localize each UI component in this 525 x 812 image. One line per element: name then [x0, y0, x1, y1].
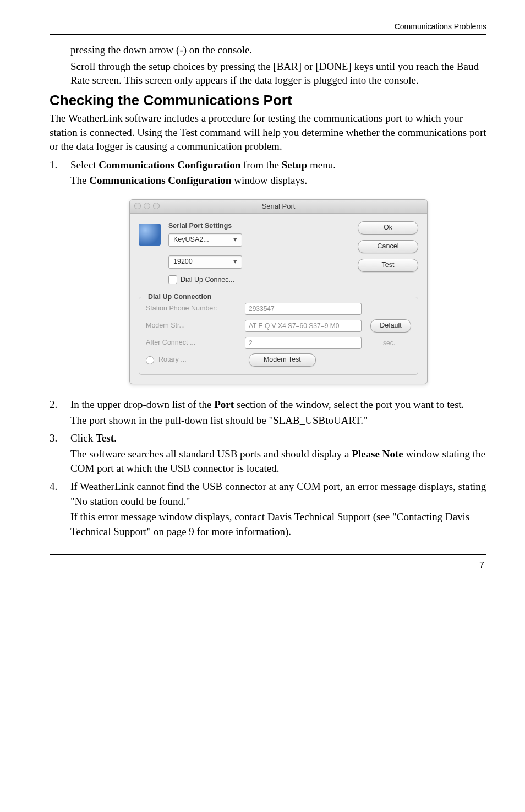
text: The software searches all standard USB p… — [70, 448, 352, 460]
phone-label: Station Phone Number: — [146, 304, 239, 314]
test-button[interactable]: Test — [358, 259, 418, 272]
phone-field[interactable]: 2933547 — [245, 303, 362, 315]
dialog-title: Serial Port — [262, 202, 296, 210]
text: section of the window, select the port y… — [234, 399, 464, 410]
bold: Communications Configuration — [99, 159, 240, 171]
serial-port-dialog: Serial Port Serial Port Settings KeyUSA2… — [129, 199, 428, 384]
default-button[interactable]: Default — [370, 319, 411, 333]
top-rule — [50, 34, 486, 35]
serial-settings-label: Serial Port Settings — [168, 221, 350, 231]
step-1: Select Communications Configuration from… — [50, 158, 486, 384]
window-controls[interactable] — [134, 203, 160, 209]
bold: Communications Configuration — [89, 175, 231, 186]
modem-string-label: Modem Str... — [146, 321, 239, 331]
bold: Port — [214, 399, 234, 410]
step-3: Click Test. The software searches all st… — [50, 431, 486, 476]
page-number: 7 — [50, 560, 486, 570]
port-select[interactable]: KeyUSA2... ▾ — [168, 233, 242, 247]
baud-select[interactable]: 19200 ▾ — [168, 255, 242, 269]
dialup-checkbox-label: Dial Up Connec... — [181, 275, 234, 285]
seconds-label: sec. — [367, 339, 411, 348]
rotary-radio[interactable] — [146, 356, 154, 364]
text: from the — [240, 159, 281, 171]
rotary-label: Rotary ... — [158, 355, 187, 365]
after-connect-field[interactable]: 2 — [245, 337, 362, 349]
text: The port shown in the pull-down list sho… — [70, 413, 486, 428]
bold: Test — [96, 432, 114, 444]
text: . — [114, 432, 117, 444]
dialup-legend: Dial Up Connection — [145, 292, 215, 302]
section-heading: Checking the Communications Port — [50, 92, 486, 109]
minimize-icon[interactable] — [144, 203, 150, 209]
chevron-down-icon: ▾ — [231, 235, 239, 245]
text: window displays. — [231, 175, 307, 186]
text: The — [70, 175, 89, 186]
chevron-down-icon: ▾ — [231, 257, 239, 267]
dialup-fieldset: Dial Up Connection Station Phone Number:… — [139, 297, 418, 375]
after-connect-label: After Connect ... — [146, 338, 239, 348]
text: menu. — [307, 159, 336, 171]
step-4: If WeatherLink cannot find the USB conne… — [50, 479, 486, 539]
step-2: In the upper drop-down list of the Port … — [50, 397, 486, 428]
text: Select — [70, 159, 99, 171]
close-icon[interactable] — [134, 203, 141, 209]
intro-line1: pressing the down arrow (-) on the conso… — [50, 43, 486, 57]
text: If WeatherLink cannot find the USB conne… — [70, 481, 486, 507]
bold: Please Note — [352, 448, 403, 460]
port-select-value: KeyUSA2... — [173, 235, 209, 245]
dialog-titlebar: Serial Port — [130, 200, 427, 214]
text: In the upper drop-down list of the — [70, 399, 214, 410]
modem-string-field[interactable]: AT E Q V X4 S7=60 S37=9 M0 — [245, 320, 362, 332]
text: Click — [70, 432, 96, 444]
serial-port-icon — [139, 224, 161, 246]
zoom-icon[interactable] — [153, 203, 160, 209]
section-intro: The WeatherLink software includes a proc… — [50, 111, 486, 154]
intro-line2: Scroll through the setup choices by pres… — [50, 59, 486, 88]
modem-test-button[interactable]: Modem Test — [249, 353, 316, 367]
text: If this error message window displays, c… — [70, 510, 486, 539]
running-header: Communications Problems — [50, 22, 486, 34]
bold: Setup — [282, 159, 307, 171]
ok-button[interactable]: Ok — [358, 221, 418, 235]
dialup-checkbox[interactable] — [168, 275, 177, 284]
cancel-button[interactable]: Cancel — [358, 240, 418, 253]
bottom-rule — [50, 554, 486, 555]
baud-select-value: 19200 — [173, 257, 193, 267]
